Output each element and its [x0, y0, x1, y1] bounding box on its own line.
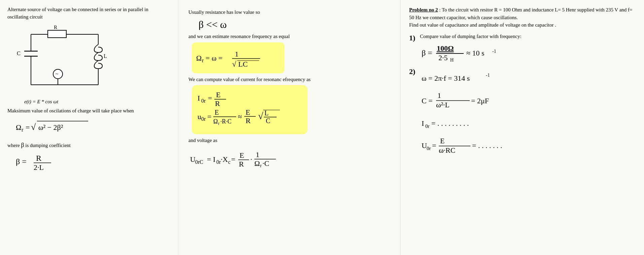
- step2-label: 2): [409, 67, 417, 76]
- beta-omega-block: β << ω: [199, 19, 393, 30]
- svg-text:Ω: Ω: [196, 54, 202, 62]
- svg-text:0r: 0r: [201, 116, 206, 122]
- main-page: Alternate source of voltage can be conne…: [0, 0, 644, 255]
- svg-text:Ω: Ω: [254, 159, 260, 168]
- problem-title: Problem no 2: [409, 7, 438, 12]
- svg-text:R: R: [36, 154, 41, 162]
- current-voltage-block: I 0r = E R u 0r = E Ω r ·R·C: [192, 85, 393, 134]
- svg-text:=: =: [26, 123, 30, 132]
- svg-text:0r: 0r: [201, 98, 206, 104]
- svg-text:E: E: [240, 151, 244, 159]
- formula-e-text: e(t) = E * cos ωt: [24, 99, 171, 105]
- svg-text:C =: C =: [422, 97, 433, 105]
- capacitance-calc-svg: C = 1 ω²·L = 2μF: [420, 88, 568, 110]
- svg-text:=: =: [208, 94, 212, 102]
- circuit-svg: C R L ~: [11, 24, 112, 95]
- svg-text:= 2μF: = 2μF: [471, 97, 489, 105]
- step1-label: 1): [409, 34, 417, 42]
- svg-text:·C: ·C: [262, 159, 269, 168]
- l-label: L: [104, 53, 107, 59]
- where-label: where: [7, 143, 21, 148]
- svg-text:R: R: [246, 116, 251, 125]
- resonance-formula-block: Ω r = ω = 1 √ LC: [192, 42, 393, 73]
- svg-text:Ω: Ω: [213, 118, 218, 125]
- current-text: We can compute value of current for reso…: [188, 76, 393, 83]
- svg-text:2·5: 2·5: [438, 53, 448, 62]
- svg-text:= . . . . . . . . .: = . . . . . . . . .: [431, 119, 469, 128]
- svg-text:1: 1: [235, 50, 239, 58]
- svg-text:√: √: [258, 111, 263, 121]
- svg-text:c: c: [228, 159, 230, 165]
- step2-content: ω = 2π·f = 314 s -1 C = 1 ω²·L = 2μF: [420, 67, 588, 156]
- right-column: Problem no 2 : To the circuit with resit…: [400, 0, 644, 255]
- i-result-svg: I 0r = . . . . . . . . .: [420, 114, 568, 131]
- svg-text:ω = 2π·f = 314 s: ω = 2π·f = 314 s: [422, 74, 470, 82]
- middle-column: Usually resistance has low value so β <<…: [178, 0, 400, 255]
- svg-text:≈ 10 s: ≈ 10 s: [466, 49, 485, 57]
- svg-text:ω²·L: ω²·L: [436, 101, 450, 109]
- svg-text:E: E: [440, 137, 444, 145]
- beta-calc-svg: β = 100Ω 2·5 H ≈ 10 s -1: [420, 41, 581, 63]
- svg-text:u: u: [198, 112, 201, 121]
- bottom-voltage-svg: U 0rC = I 0r ·X c = E R · 1 Ω r ·C: [188, 146, 377, 169]
- circuit-diagram: C R L ~: [11, 24, 171, 96]
- where-text: where β is dumping coefficient: [7, 141, 171, 149]
- svg-text:L: L: [264, 109, 269, 117]
- resonance-formula-svg: Ω r = ω = 1 √ LC: [194, 44, 282, 71]
- voltage-as-text: and voltage as: [188, 137, 393, 144]
- resonance-text: and we can estimate resonance frequency …: [188, 33, 393, 40]
- find-text: Find out value of capacitance and amplit…: [409, 22, 556, 28]
- svg-text:Ω: Ω: [16, 123, 21, 132]
- svg-text:r: r: [22, 127, 24, 133]
- oscillation-text: Maksimum value of oscilations of charge …: [7, 107, 171, 115]
- step1-content: Compare value of dumping factor with fre…: [420, 34, 581, 64]
- svg-text:√: √: [31, 122, 36, 132]
- svg-text:R: R: [215, 99, 220, 108]
- beta-symbol: β: [21, 142, 24, 148]
- capacitance-calc: C = 1 ω²·L = 2μF: [420, 88, 588, 112]
- c-label: C: [17, 50, 21, 56]
- svg-text:100Ω: 100Ω: [437, 44, 454, 52]
- svg-text:=: =: [432, 141, 436, 150]
- svg-text:r: r: [260, 163, 262, 168]
- svg-text:E: E: [215, 109, 219, 116]
- omega-calc-svg: ω = 2π·f = 314 s -1: [420, 67, 568, 86]
- svg-text:r: r: [202, 58, 204, 63]
- omega-formula-block: Ω r = √ ω² − 2β²: [14, 116, 171, 138]
- beta-calc: β = 100Ω 2·5 H ≈ 10 s -1: [420, 41, 581, 64]
- svg-text:β =: β =: [422, 48, 432, 57]
- svg-text:2·L: 2·L: [34, 163, 44, 172]
- svg-text:0r: 0r: [216, 159, 221, 165]
- left-intro-text: Alternate source of voltage can be conne…: [7, 6, 169, 21]
- svg-text:√: √: [232, 60, 237, 68]
- svg-text:0r: 0r: [425, 123, 430, 129]
- svg-text:=: =: [207, 112, 211, 121]
- resonance-formula-highlight: Ω r = ω = 1 √ LC: [192, 42, 285, 73]
- beta-omega-formula: β << ω: [199, 19, 227, 30]
- current-voltage-svg: I 0r = E R u 0r = E Ω r ·R·C: [196, 87, 303, 131]
- svg-text:U: U: [422, 141, 427, 150]
- svg-text:U: U: [190, 155, 195, 163]
- svg-text:H: H: [450, 58, 454, 63]
- problem-statement: Problem no 2 : To the circuit with resit…: [409, 6, 637, 29]
- bottom-voltage-formula: U 0rC = I 0r ·X c = E R · 1 Ω r ·C: [188, 146, 393, 171]
- svg-text:LC: LC: [238, 60, 248, 68]
- left-column: Alternate source of voltage can be conne…: [0, 0, 178, 255]
- svg-text:=: =: [231, 155, 235, 163]
- svg-text:r: r: [218, 121, 220, 126]
- svg-text:= ω =: = ω =: [206, 54, 222, 62]
- svg-text:E: E: [246, 108, 250, 116]
- svg-text:-1: -1: [492, 49, 496, 54]
- svg-text:-1: -1: [486, 73, 490, 78]
- svg-text:1: 1: [256, 150, 259, 159]
- u-result-svg: U 0r = E ω·RC = . . . . . . .: [420, 133, 588, 155]
- problem-body: : To the circuit with resitor R = 100 Oh…: [409, 7, 633, 20]
- beta-formula-block: β = R 2·L: [14, 151, 171, 175]
- svg-text:≈: ≈: [238, 112, 242, 121]
- svg-text:1: 1: [437, 91, 441, 100]
- step1-block: 1) Compare value of dumping factor with …: [409, 34, 637, 64]
- step2-block: 2) ω = 2π·f = 314 s -1 C = 1 ω²·L: [409, 67, 637, 156]
- i-result: I 0r = . . . . . . . . .: [420, 114, 588, 132]
- svg-rect-7: [48, 30, 66, 38]
- svg-text:·X: ·X: [221, 155, 228, 163]
